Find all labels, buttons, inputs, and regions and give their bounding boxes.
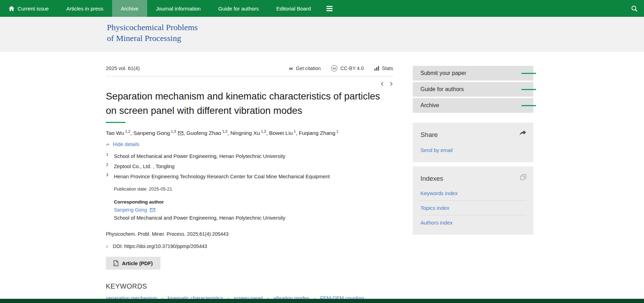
index-links: Keywords index Topics index Authors inde…: [420, 186, 526, 230]
accent-dash: [521, 105, 536, 106]
chevron-right-icon: ›: [106, 244, 108, 249]
nav-item-editorial-board[interactable]: Editorial Board: [268, 0, 320, 17]
doi-row[interactable]: › DOI: https://doi.org/10.37190/ppmp/205…: [106, 243, 393, 249]
nav-item-journal-information[interactable]: Journal information: [147, 0, 210, 17]
side-button-label: Guide for authors: [420, 86, 464, 92]
journal-citation: Physicochem. Probl. Miner. Process. 2025…: [106, 231, 393, 237]
corresponding-author-heading: Corresponding author: [114, 199, 393, 205]
guide-for-authors-button[interactable]: Guide for authors: [413, 82, 533, 97]
article-meta-row: 2025 vol. 61(4) “ Get citation cc CC-BY …: [106, 65, 393, 76]
affiliation-item: 1School of Mechanical and Power Engineer…: [106, 153, 393, 159]
get-citation-button[interactable]: “ Get citation: [289, 65, 321, 71]
article-details: Publication date: 2025-05-21 Correspondi…: [114, 186, 393, 221]
journal-title-line2: of Mineral Processing: [107, 33, 644, 44]
email-icon: [150, 208, 155, 212]
share-arrow-icon[interactable]: [519, 130, 526, 138]
next-article-button[interactable]: ›: [390, 79, 393, 88]
cc-license-icon: cc: [331, 65, 337, 71]
author[interactable]: Ningning Xu1,3: [230, 130, 269, 136]
stats-bars-icon: [374, 66, 379, 71]
corresponding-author-affiliation: School of Mechanical and Power Engineeri…: [114, 215, 393, 221]
menu-icon[interactable]: [320, 0, 340, 17]
keywords-index-link[interactable]: Keywords index: [420, 186, 526, 201]
submit-your-paper-button[interactable]: Submit your paper: [413, 66, 533, 81]
authors-index-link[interactable]: Authors index: [420, 215, 526, 230]
author[interactable]: Tao Wu1,2: [106, 130, 133, 136]
archive-button[interactable]: Archive: [413, 98, 533, 113]
email-icon[interactable]: [178, 130, 183, 136]
hide-details-toggle[interactable]: Hide details: [106, 142, 393, 147]
article-title: Separation mechanism and kinematic chara…: [106, 89, 393, 118]
nav-item-label: Editorial Board: [276, 6, 311, 12]
topics-index-link[interactable]: Topics index: [420, 201, 526, 215]
corresponding-author-name: Sanpeng Gong: [114, 207, 147, 213]
keywords-heading: KEYWORDS: [106, 282, 393, 290]
previous-article-button[interactable]: ‹: [380, 79, 384, 88]
nav-item-label: Guide for authors: [218, 6, 259, 12]
share-heading: Share: [420, 131, 526, 139]
license-link[interactable]: cc CC-BY 4.0: [331, 65, 364, 71]
issue-label: 2025 vol. 61(4): [106, 66, 140, 71]
corresponding-author-link[interactable]: Sanpeng Gong: [114, 207, 155, 213]
article-main: 2025 vol. 61(4) “ Get citation cc CC-BY …: [106, 52, 393, 301]
site-header: Physicochemical Problems of Mineral Proc…: [0, 17, 644, 52]
article-pdf-button[interactable]: Article (PDF): [106, 257, 160, 270]
author[interactable]: Guofeng Zhao1,3: [186, 130, 230, 136]
search-icon[interactable]: [625, 0, 644, 17]
nav-item-label: Archive: [121, 6, 138, 12]
nav-item-label: Journal information: [156, 6, 201, 12]
affiliation-item: 2Zeptool Co., Ltd. , Tongling: [106, 164, 393, 169]
side-button-label: Archive: [420, 102, 439, 109]
right-sidebar: Submit your paper Guide for authors Arch…: [413, 52, 533, 235]
hide-details-label: Hide details: [113, 142, 139, 147]
author[interactable]: Bowei Liu1: [269, 130, 299, 136]
title-accent-underline: [106, 122, 125, 123]
accent-dash: [521, 73, 536, 74]
nav-item-archive[interactable]: Archive: [112, 0, 147, 17]
affiliation-item: 3Henan Province Engineering Technology R…: [106, 174, 393, 179]
chevron-up-icon: [106, 143, 110, 146]
publication-date: Publication date: 2025-05-21: [114, 186, 393, 192]
home-icon: [9, 6, 14, 11]
share-panel: Share Send by email: [413, 123, 533, 162]
indexes-panel: Indexes Keywords index Topics index Auth…: [413, 166, 533, 235]
author[interactable]: Sanpeng Gong1,3: [133, 130, 187, 136]
send-by-email-link[interactable]: Send by email: [420, 147, 453, 153]
side-button-label: Submit your paper: [420, 70, 466, 76]
pdf-file-icon: [114, 260, 118, 266]
accent-dash: [521, 89, 536, 90]
stats-label: Stats: [382, 66, 393, 71]
nav-item-guide-for-authors[interactable]: Guide for authors: [210, 0, 268, 17]
get-citation-label: Get citation: [296, 66, 321, 71]
journal-title[interactable]: Physicochemical Problems of Mineral Proc…: [0, 17, 644, 44]
top-nav: Current issue Articles in press Archive …: [0, 0, 644, 17]
journal-title-line1: Physicochemical Problems: [107, 22, 644, 33]
citation-quote-icon: “: [289, 68, 293, 71]
license-label: CC-BY 4.0: [340, 66, 364, 71]
article-pager: ‹ ›: [106, 79, 393, 88]
nav-item-articles-in-press[interactable]: Articles in press: [57, 0, 112, 17]
doi-link[interactable]: DOI: https://doi.org/10.37190/ppmp/20544…: [113, 243, 207, 249]
footer-bar: [0, 299, 644, 303]
article-pdf-label: Article (PDF): [122, 261, 153, 266]
author[interactable]: Fuqiang Zhang1: [299, 130, 338, 136]
nav-item-label: Articles in press: [66, 6, 103, 12]
layers-icon: [520, 174, 526, 181]
nav-item-current-issue[interactable]: Current issue: [0, 0, 57, 17]
stats-button[interactable]: Stats: [374, 65, 393, 71]
affiliations-list: 1School of Mechanical and Power Engineer…: [106, 153, 393, 179]
nav-item-label: Current issue: [18, 6, 49, 12]
authors-line: Tao Wu1,2 Sanpeng Gong1,3 Guofeng Zhao1,…: [106, 129, 393, 136]
indexes-heading: Indexes: [420, 175, 526, 183]
